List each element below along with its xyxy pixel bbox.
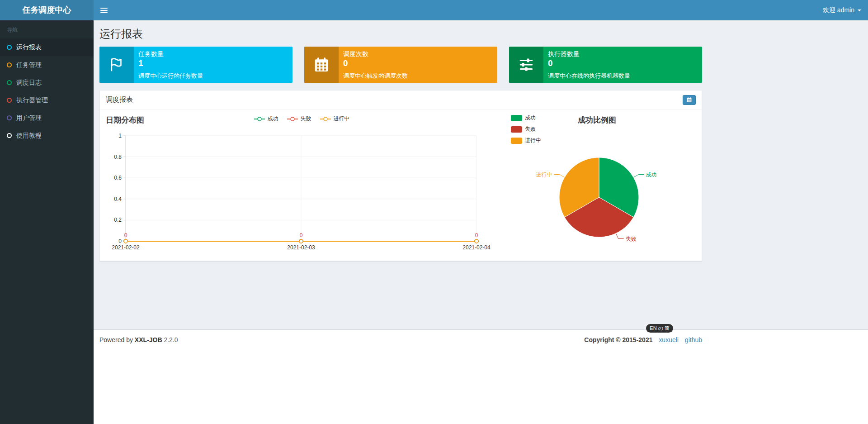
panel-body: 日期分布图 成功失败进行中 00.20.40.60.812021-02-0202…	[100, 110, 702, 261]
panel-title: 调度报表	[106, 95, 133, 104]
info-box-content: 任务数量 1 调度中心运行的任务数量	[134, 47, 292, 83]
svg-text:0.6: 0.6	[114, 175, 122, 181]
sidebar-item-label: 使用教程	[16, 132, 42, 140]
copyright-text: Copyright © 2015-2021	[584, 336, 652, 343]
legend-item[interactable]: 成功	[254, 115, 278, 123]
svg-text:0: 0	[118, 238, 122, 244]
info-box-description: 调度中心触发的调度次数	[343, 72, 493, 80]
user-menu-dropdown[interactable]: 欢迎 admin	[816, 0, 868, 20]
content-area: 运行报表 任务数量 1 调度中心运行的任务数量	[94, 20, 868, 329]
calendar-icon	[686, 97, 692, 103]
sidebar-item-label: 运行报表	[16, 43, 42, 52]
info-box-value: 0	[343, 59, 493, 68]
svg-text:0: 0	[124, 232, 127, 238]
sidebar-item-user-manage[interactable]: 用户管理	[0, 109, 94, 127]
legend-item[interactable]: 进行中	[320, 115, 350, 123]
legend-item[interactable]: 成功	[511, 114, 541, 122]
sidebar-item-job-manage[interactable]: 任务管理	[0, 56, 94, 74]
sidebar-item-dashboard[interactable]: 运行报表	[0, 38, 94, 56]
info-box-description: 调度中心运行的任务数量	[138, 72, 288, 80]
line-chart-legend: 成功失败进行中	[106, 115, 497, 123]
svg-text:0.8: 0.8	[114, 154, 122, 160]
pie-chart-legend: 成功失败进行中	[511, 114, 541, 144]
sidebar-item-executor-manage[interactable]: 执行器管理	[0, 91, 94, 109]
svg-text:0: 0	[300, 232, 303, 238]
sidebar-item-label: 调度日志	[16, 79, 42, 87]
info-box-content: 执行器数量 0 调度中心在线的执行器机器数量	[543, 47, 702, 83]
top-navbar: 任务调度中心 欢迎 admin	[0, 0, 868, 20]
pie-chart-svg[interactable]: 成功失败进行中	[497, 130, 697, 253]
sidebar-section-label: 导航	[0, 20, 94, 38]
hamburger-bar	[100, 12, 108, 13]
github-link[interactable]: github	[685, 336, 702, 343]
info-box-job-count: 任务数量 1 调度中心运行的任务数量	[99, 47, 292, 83]
xuxueli-link[interactable]: xuxueli	[659, 336, 679, 343]
pie-chart-area: 成功比例图 成功失败进行中 成功失败进行中	[497, 114, 697, 253]
report-panel: 调度报表 日期分布图 成功失败进行中 00.20.40.6	[99, 90, 702, 261]
info-box-trigger-count: 调度次数 0 调度中心触发的调度次数	[304, 47, 497, 83]
svg-text:0.2: 0.2	[114, 217, 122, 223]
line-chart-area: 日期分布图 成功失败进行中 00.20.40.60.812021-02-0202…	[106, 114, 497, 253]
powered-prefix: Powered by	[99, 336, 133, 343]
sidebar-item-job-log[interactable]: 调度日志	[0, 74, 94, 91]
svg-text:0.4: 0.4	[114, 196, 122, 202]
info-boxes-row: 任务数量 1 调度中心运行的任务数量	[99, 47, 702, 83]
info-box-label: 调度次数	[343, 50, 493, 58]
panel-header: 调度报表	[100, 91, 702, 110]
sidebar-item-label: 任务管理	[16, 61, 42, 69]
sidebar-menu: 运行报表 任务管理 调度日志 执行器管理 用户管理 使用教程	[0, 38, 94, 144]
legend-item[interactable]: 进行中	[511, 137, 541, 144]
info-box-value: 0	[548, 59, 698, 68]
svg-text:成功: 成功	[646, 172, 657, 178]
sidebar-item-help[interactable]: 使用教程	[0, 127, 94, 144]
hamburger-bar	[100, 8, 108, 9]
circle-icon	[7, 62, 12, 67]
info-box-label: 任务数量	[138, 50, 288, 58]
sidebar: 导航 运行报表 任务管理 调度日志 执行器管理 用户管理 使用教程	[0, 20, 94, 424]
circle-icon	[7, 115, 12, 120]
date-range-button[interactable]	[683, 95, 696, 105]
info-box-label: 执行器数量	[548, 50, 698, 58]
svg-text:进行中: 进行中	[536, 172, 552, 178]
sidebar-item-label: 用户管理	[16, 114, 42, 122]
flag-icon	[99, 47, 134, 83]
circle-icon	[7, 80, 12, 85]
navbar: 欢迎 admin	[94, 0, 868, 20]
svg-text:失败: 失败	[626, 236, 637, 242]
svg-text:2021-02-04: 2021-02-04	[462, 244, 491, 251]
copyright: Copyright © 2015-2021 xuxueli github	[584, 336, 702, 343]
info-box-value: 1	[138, 59, 288, 68]
footer: Powered by XXL-JOB 2.2.0 Copyright © 201…	[94, 329, 868, 424]
svg-text:2021-02-03: 2021-02-03	[287, 244, 315, 251]
info-box-description: 调度中心在线的执行器机器数量	[548, 72, 698, 80]
brand-logo[interactable]: 任务调度中心	[0, 0, 94, 20]
ime-indicator[interactable]: EN の 简	[646, 324, 673, 333]
hamburger-bar	[100, 10, 108, 11]
powered-by: Powered by XXL-JOB 2.2.0	[99, 336, 178, 343]
legend-item[interactable]: 失败	[287, 115, 311, 123]
svg-text:2021-02-02: 2021-02-02	[112, 244, 140, 251]
circle-icon	[7, 133, 12, 138]
welcome-text: 欢迎 admin	[823, 6, 854, 14]
calendar-icon	[304, 47, 339, 83]
page-title: 运行报表	[99, 20, 702, 45]
svg-text:1: 1	[118, 133, 122, 139]
legend-item[interactable]: 失败	[511, 125, 541, 133]
info-box-executor-count: 执行器数量 0 调度中心在线的执行器机器数量	[509, 47, 702, 83]
line-chart-svg[interactable]: 00.20.40.60.812021-02-0202021-02-0302021…	[106, 130, 497, 253]
version: 2.2.0	[164, 336, 178, 343]
hamburger-menu-icon[interactable]	[94, 0, 114, 20]
info-box-content: 调度次数 0 调度中心触发的调度次数	[339, 47, 497, 83]
product-name: XXL-JOB	[135, 336, 162, 343]
sliders-icon	[509, 47, 543, 83]
sidebar-item-label: 执行器管理	[16, 96, 48, 105]
caret-down-icon	[858, 10, 861, 11]
svg-text:0: 0	[475, 232, 478, 238]
circle-icon	[7, 98, 12, 103]
circle-icon	[7, 45, 12, 50]
